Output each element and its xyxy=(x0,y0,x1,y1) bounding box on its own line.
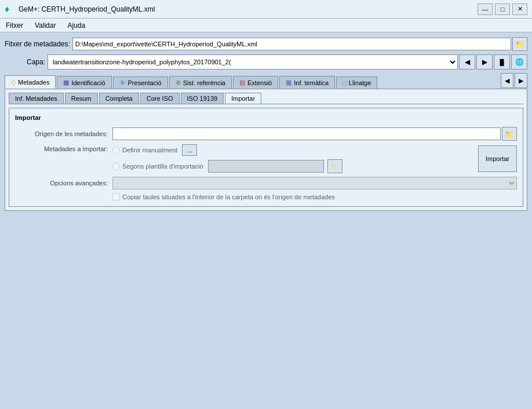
app-icon: ♦ xyxy=(5,4,15,14)
menu-bar: Fitxer Validar Ajuda xyxy=(0,19,532,32)
window-controls: — □ ✕ xyxy=(478,3,527,15)
tab-inf-metadades[interactable]: Inf. Metadades xyxy=(9,93,64,104)
plantilla-browse-button[interactable]: 📁 xyxy=(327,159,342,173)
tab-resum[interactable]: Resum xyxy=(65,93,98,104)
tab-inf-tematica-label: Inf. temàtica xyxy=(294,79,329,86)
origen-browse-button[interactable]: 📁 xyxy=(502,127,517,141)
tab-prev-arrow[interactable]: ◀ xyxy=(501,73,513,88)
plantilla-input[interactable] xyxy=(208,160,324,173)
top-tab-bar: ◇ Metadades ▦ Identificació 👁 Presentaci… xyxy=(5,73,527,89)
tab-core-iso[interactable]: Core ISO xyxy=(140,93,180,104)
metadades-importar-row: Metadades a importar: Definir manualment… xyxy=(15,144,517,173)
maximize-button[interactable]: □ xyxy=(495,3,510,15)
tab-inf-tematica[interactable]: ▦ Inf. temàtica xyxy=(279,76,335,89)
tab-presentacio[interactable]: 👁 Presentació xyxy=(113,76,168,89)
tab-presentacio-label: Presentació xyxy=(128,79,162,86)
tab-core-iso-label: Core ISO xyxy=(147,95,173,102)
extensio-icon: ▤ xyxy=(239,79,245,86)
radio-definir[interactable] xyxy=(112,147,120,154)
radio-row-1: Definir manualment ... xyxy=(112,144,473,156)
opcions-label: Opcions avançades: xyxy=(15,180,108,187)
globe-button[interactable]: 🌐 xyxy=(511,54,527,70)
title-bar: ♦ GeM+: CERTH_Hydroperiod_QualityML.xml … xyxy=(0,0,532,19)
origen-row: Origen de les metadades: 📁 xyxy=(15,127,517,141)
importar-button[interactable]: Importar xyxy=(478,145,517,172)
metadades-importar-label: Metadades a importar: xyxy=(15,144,108,152)
back-button[interactable]: ◀ xyxy=(459,54,475,70)
tab-nav-arrows: ◀ ▶ xyxy=(501,73,527,89)
nav-group: ◀ ▶ ▐▌ 🌐 xyxy=(459,54,527,70)
tab-sist-ref-label: Sist. referència xyxy=(183,79,225,86)
dots-icon: ... xyxy=(187,147,192,154)
main-container: Fitxer de metadades: 📁 Capa: landwatertr… xyxy=(0,32,532,216)
radio-plantilla[interactable] xyxy=(112,163,120,170)
origen-input[interactable] xyxy=(112,127,501,140)
forward-button[interactable]: ▶ xyxy=(476,54,493,70)
checkbox-row: Copiar taules situades a l'interior de l… xyxy=(15,193,517,200)
menu-fitxer[interactable]: Fitxer xyxy=(2,20,27,31)
folder-icon-2: 📁 xyxy=(330,162,340,171)
fitxer-row: Fitxer de metadades: 📁 xyxy=(5,37,527,51)
second-tab-bar: Inf. Metadades Resum Completa Core ISO I… xyxy=(9,93,523,104)
importar-panel: Importar Origen de les metadades: 📁 Meta… xyxy=(9,108,523,207)
tab-extensio[interactable]: ▤ Extensió xyxy=(233,76,278,89)
tab-inf-metadades-label: Inf. Metadades xyxy=(15,95,57,102)
opcions-select[interactable] xyxy=(112,177,517,189)
capa-select[interactable]: landwatertransitionzone-hydroperiod_poly… xyxy=(48,54,458,70)
capa-row: Capa: landwatertransitionzone-hydroperio… xyxy=(5,54,527,70)
tab-llinatge-label: Llinatge xyxy=(349,79,371,86)
tab-iso-19139[interactable]: ISO 19139 xyxy=(181,93,224,104)
folder-icon: 📁 xyxy=(515,40,524,49)
radio-definir-label: Definir manualment xyxy=(122,147,177,154)
importar-panel-title: Importar xyxy=(15,114,517,121)
stop-button[interactable]: ▐▌ xyxy=(494,54,510,70)
tab-identificacio[interactable]: ▦ Identificació xyxy=(57,76,111,89)
window-title: GeM+: CERTH_Hydroperiod_QualityML.xml xyxy=(19,5,478,13)
menu-ajuda[interactable]: Ajuda xyxy=(64,20,89,31)
folder-open-icon: 📁 xyxy=(505,130,514,138)
inf-tematica-icon: ▦ xyxy=(286,79,291,86)
tab-sist-referencia[interactable]: ⊕ Sist. referència xyxy=(169,76,232,89)
fitxer-browse-button[interactable]: 📁 xyxy=(512,37,527,51)
metadades-icon: ◇ xyxy=(11,78,16,86)
identificacio-icon: ▦ xyxy=(63,79,69,86)
fitxer-input[interactable] xyxy=(72,38,511,50)
radio-plantilla-label: Segons plantilla d'importació xyxy=(122,163,203,170)
tab-iso-19139-label: ISO 19139 xyxy=(187,95,218,102)
tab-identificacio-label: Identificació xyxy=(71,79,105,86)
tab-resum-label: Resum xyxy=(71,95,92,102)
content-area: Inf. Metadades Resum Completa Core ISO I… xyxy=(5,89,527,211)
presentacio-icon: 👁 xyxy=(119,79,126,86)
tab-completa[interactable]: Completa xyxy=(99,93,139,104)
tab-llinatge[interactable]: □ Llinatge xyxy=(336,76,377,89)
tab-extensio-label: Extensió xyxy=(247,79,272,86)
tab-metadades[interactable]: ◇ Metadades xyxy=(5,75,56,89)
radio-group: Definir manualment ... Segons plantilla … xyxy=(112,144,473,173)
llinatge-icon: □ xyxy=(342,79,347,86)
fitxer-label: Fitxer de metadades: xyxy=(5,40,70,48)
radio-row-2: Segons plantilla d'importació 📁 xyxy=(112,159,473,173)
definir-browse-button[interactable]: ... xyxy=(182,144,197,156)
copiar-checkbox[interactable] xyxy=(112,193,120,200)
tab-completa-label: Completa xyxy=(105,95,133,102)
tab-metadades-label: Metadades xyxy=(18,79,49,86)
capa-label: Capa: xyxy=(5,58,45,66)
minimize-button[interactable]: — xyxy=(478,3,493,15)
sist-ref-icon: ⊕ xyxy=(176,79,181,86)
close-button[interactable]: ✕ xyxy=(512,3,527,15)
menu-validar[interactable]: Validar xyxy=(31,20,59,31)
copiar-label: Copiar taules situades a l'interior de l… xyxy=(122,193,335,200)
opcions-row: Opcions avançades: xyxy=(15,177,517,189)
origen-label: Origen de les metadades: xyxy=(15,130,108,137)
tab-importar[interactable]: Importar xyxy=(225,93,261,104)
tab-next-arrow[interactable]: ▶ xyxy=(515,73,527,88)
tab-importar-label: Importar xyxy=(231,95,255,102)
